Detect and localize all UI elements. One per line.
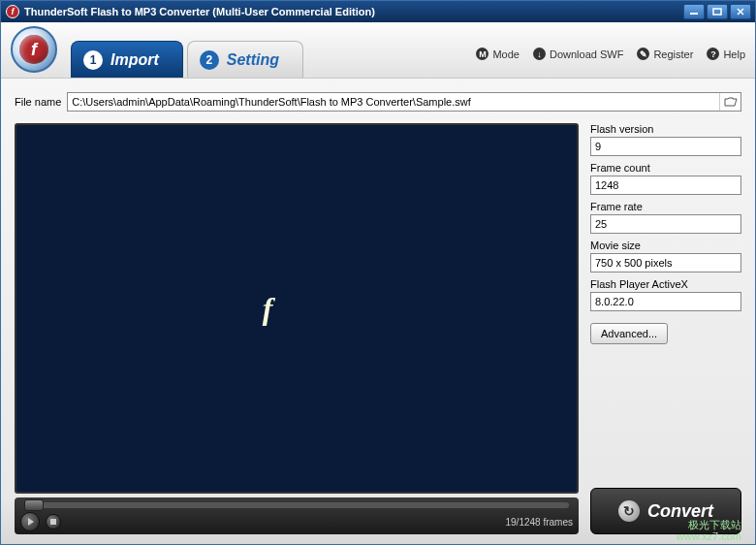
control-row: 19/1248 frames (20, 512, 573, 531)
download-icon: ↓ (533, 48, 546, 60)
flash-f-icon: f (263, 291, 273, 327)
flash-preview: f (15, 123, 579, 494)
convert-label: Convert (647, 501, 713, 522)
file-input-wrap (67, 92, 741, 112)
title-bar: f ThunderSoft Flash to MP3 Converter (Mu… (1, 1, 755, 22)
help-icon: ? (707, 48, 719, 60)
app-window: f ThunderSoft Flash to MP3 Converter (Mu… (0, 0, 756, 545)
menu-download-label: Download SWF (550, 48, 623, 60)
seek-track[interactable] (24, 502, 569, 508)
main-row: f 19/1248 frames (15, 123, 741, 534)
convert-icon (618, 500, 640, 522)
tab-setting[interactable]: 2 Setting (187, 41, 303, 78)
tab-number-2: 2 (200, 50, 219, 70)
convert-button[interactable]: Convert (590, 488, 741, 534)
frame-rate-value (590, 214, 741, 234)
menu-download-swf[interactable]: ↓ Download SWF (533, 48, 623, 60)
activex-value (590, 292, 741, 311)
folder-open-icon (724, 96, 738, 108)
advanced-button[interactable]: Advanced... (590, 323, 668, 344)
mode-icon: M (476, 48, 488, 60)
flash-version-label: Flash version (590, 123, 741, 135)
app-logo: f (11, 26, 57, 73)
stop-icon (50, 519, 56, 525)
frame-rate-label: Frame rate (590, 201, 741, 212)
close-button[interactable] (730, 4, 751, 19)
menu-mode-label: Mode (492, 48, 520, 60)
tab-import[interactable]: 1 Import (71, 41, 183, 78)
flash-logo-icon: f (19, 35, 48, 64)
play-button[interactable] (20, 512, 40, 531)
movie-size-label: Movie size (590, 240, 741, 251)
main-body: File name f (1, 79, 755, 544)
tab-setting-label: Setting (227, 51, 279, 69)
preview-column: f 19/1248 frames (15, 123, 579, 534)
frame-counter: 19/1248 frames (506, 517, 574, 528)
header: f 1 Import 2 Setting M Mode ↓ Download S… (1, 22, 755, 79)
window-title: ThunderSoft Flash to MP3 Converter (Mult… (24, 6, 375, 17)
register-icon: ✎ (637, 48, 649, 60)
frame-count-value (590, 176, 741, 195)
app-icon: f (5, 4, 20, 19)
stop-button[interactable] (46, 514, 61, 529)
player-bar: 19/1248 frames (15, 497, 579, 534)
activex-label: Flash Player ActiveX (590, 278, 741, 290)
movie-size-value (590, 253, 741, 272)
top-menu: M Mode ↓ Download SWF ✎ Register ? Help (476, 48, 745, 60)
maximize-button[interactable] (707, 4, 728, 19)
browse-button[interactable] (719, 93, 740, 111)
file-path-input[interactable] (68, 96, 719, 108)
menu-mode[interactable]: M Mode (476, 48, 520, 60)
minimize-button[interactable] (683, 4, 705, 19)
info-column: Flash version Frame count Frame rate Mov… (590, 123, 741, 534)
menu-help[interactable]: ? Help (707, 48, 745, 60)
seek-thumb[interactable] (24, 499, 44, 511)
tab-import-label: Import (110, 51, 159, 69)
seek-row (20, 500, 573, 510)
menu-register[interactable]: ✎ Register (637, 48, 693, 60)
flash-version-value (590, 137, 741, 156)
play-icon (28, 518, 34, 526)
menu-register-label: Register (653, 48, 693, 60)
file-row: File name (15, 92, 741, 112)
tab-number-1: 1 (83, 50, 103, 70)
menu-help-label: Help (723, 48, 745, 60)
svg-rect-3 (713, 9, 721, 15)
file-name-label: File name (15, 96, 61, 108)
frame-count-label: Frame count (590, 162, 741, 174)
tab-bar: 1 Import 2 Setting (71, 39, 303, 78)
